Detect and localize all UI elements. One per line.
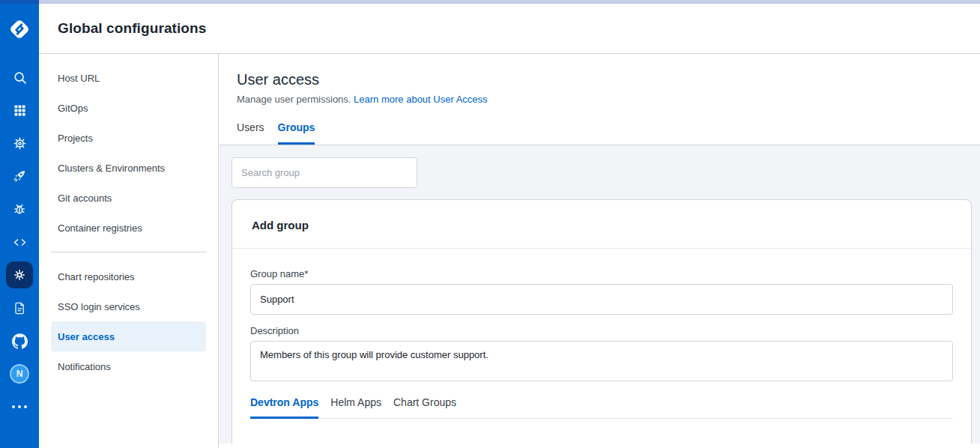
access-tabs: Users Groups xyxy=(237,121,962,145)
section-title: User access xyxy=(237,71,962,88)
nav-item-sso-login-services[interactable]: SSO login services xyxy=(51,291,206,321)
sidebar-icon-stack: N xyxy=(3,61,36,423)
description-field: Description Members of this group will p… xyxy=(250,325,953,384)
section-subtitle: Manage user permissions. Learn more abou… xyxy=(237,94,962,105)
tab-devtron-apps[interactable]: Devtron Apps xyxy=(250,396,318,419)
code-icon[interactable] xyxy=(3,225,36,258)
groups-panel: Add group Group name* Description Member… xyxy=(219,145,980,444)
documentation-file-icon[interactable] xyxy=(3,291,36,324)
nav-item-git-accounts[interactable]: Git accounts xyxy=(51,183,206,213)
devtron-logo[interactable] xyxy=(0,4,39,54)
applications-grid-icon[interactable] xyxy=(3,94,36,127)
nav-item-host-url[interactable]: Host URL xyxy=(51,63,206,93)
permission-tabs: Devtron Apps Helm Apps Chart Groups xyxy=(250,396,953,419)
global-config-gear-icon[interactable] xyxy=(3,258,36,291)
add-group-card-body: Group name* Description Members of this … xyxy=(232,249,971,419)
nav-item-clusters-environments[interactable]: Clusters & Environments xyxy=(51,153,206,183)
learn-more-link[interactable]: Learn more about User Access xyxy=(354,94,487,105)
nav-item-notifications[interactable]: Notifications xyxy=(51,351,206,381)
more-options-icon[interactable] xyxy=(3,390,36,423)
add-group-card-header: Add group xyxy=(232,200,971,249)
description-label: Description xyxy=(250,325,953,336)
search-icon[interactable] xyxy=(3,61,36,94)
section-header: User access Manage user permissions. Lea… xyxy=(219,54,980,145)
charts-helm-wheel-icon[interactable] xyxy=(3,127,36,160)
nav-item-projects[interactable]: Projects xyxy=(51,123,206,153)
tab-groups[interactable]: Groups xyxy=(278,121,315,145)
tab-helm-apps[interactable]: Helm Apps xyxy=(330,396,381,419)
nav-item-container-registries[interactable]: Container registries xyxy=(51,213,206,243)
add-group-title: Add group xyxy=(252,219,952,231)
deploy-rocket-icon[interactable] xyxy=(3,160,36,193)
app-sidebar: N xyxy=(0,4,39,448)
github-icon[interactable] xyxy=(3,324,36,357)
group-name-field: Group name* xyxy=(250,268,953,315)
page-title: Global configurations xyxy=(58,20,206,37)
subtitle-text: Manage user permissions. xyxy=(237,94,351,105)
description-input[interactable]: Members of this group will provide custo… xyxy=(250,341,953,381)
avatar-initial: N xyxy=(10,364,29,384)
group-name-label: Group name* xyxy=(250,268,953,279)
main-content: User access Manage user permissions. Lea… xyxy=(219,54,980,448)
tab-users[interactable]: Users xyxy=(237,121,264,145)
config-nav: Host URL GitOps Projects Clusters & Envi… xyxy=(39,54,219,448)
search-group-input[interactable] xyxy=(232,157,417,188)
nav-item-user-access[interactable]: User access xyxy=(51,321,206,351)
tab-chart-groups[interactable]: Chart Groups xyxy=(393,396,456,419)
nav-item-gitops[interactable]: GitOps xyxy=(51,93,206,123)
add-group-card: Add group Group name* Description Member… xyxy=(232,199,972,444)
nav-item-chart-repositories[interactable]: Chart repositories xyxy=(51,261,206,291)
active-icon-pill xyxy=(6,261,33,288)
bug-report-icon[interactable] xyxy=(3,193,36,225)
group-name-input[interactable] xyxy=(250,284,953,315)
page-header: Global configurations xyxy=(39,4,980,54)
user-avatar[interactable]: N xyxy=(3,357,36,390)
ellipsis-dots xyxy=(12,405,27,408)
nav-divider xyxy=(51,252,206,252)
